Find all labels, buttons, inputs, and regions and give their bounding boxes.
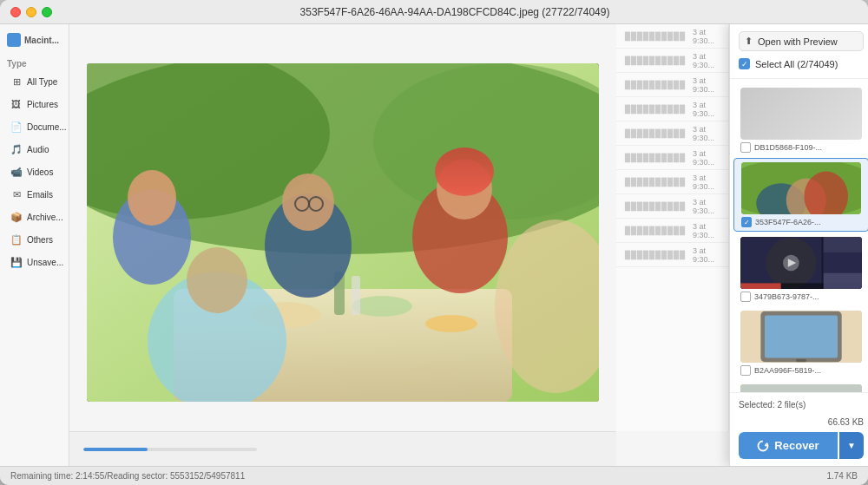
sidebar-label-videos: Videos xyxy=(27,167,53,177)
recover-button-label: Recover xyxy=(774,439,819,452)
sidebar-label-pictures: Pictures xyxy=(27,100,58,109)
thumbnail-item-5[interactable] xyxy=(733,381,868,392)
bg-list-item[interactable]: ▉▉▉▉▉▉▉▉▉▉3 at 9:30... xyxy=(616,73,728,97)
sidebar-item-unsaved[interactable]: 💾 Unsave... xyxy=(3,252,65,272)
sidebar-item-audio[interactable]: 🎵 Audio xyxy=(3,139,65,160)
recover-dropdown-button[interactable]: ▼ xyxy=(839,432,864,459)
sidebar: Macint... Type ⊞ All Type 🖼 Pictures 📄 D… xyxy=(0,24,69,466)
thumb-checkbox-4[interactable] xyxy=(740,365,751,376)
sidebar-label-audio: Audio xyxy=(27,145,49,154)
title-bar: 353F547F-6A26-46AA-94AA-DA198CFCD84C.jpe… xyxy=(0,0,868,24)
traffic-lights xyxy=(10,7,52,17)
grid-icon: ⊞ xyxy=(10,75,23,88)
thumb-label-row-3: 3479B673-9787-... xyxy=(740,292,862,302)
bg-list-item[interactable]: ▉▉▉▉▉▉▉▉▉▉3 at 9:30... xyxy=(616,49,728,73)
thumbnail-item-4[interactable]: B2AA996F-5819-... xyxy=(733,307,868,379)
svg-rect-36 xyxy=(824,237,862,252)
select-all-label: Select All (2/74049) xyxy=(755,59,838,69)
thumb-svg-3 xyxy=(740,237,862,289)
thumb-img-1 xyxy=(740,88,862,140)
sidebar-item-documents[interactable]: 📄 Docume... xyxy=(3,116,65,137)
documents-icon: 📄 xyxy=(10,121,23,133)
sidebar-header: Macint... xyxy=(0,28,69,52)
thumb-svg-5 xyxy=(740,384,862,392)
svg-rect-42 xyxy=(796,359,806,363)
preview-bottom-bar xyxy=(69,431,616,466)
minimize-button[interactable] xyxy=(26,7,36,17)
recover-button[interactable]: Recover xyxy=(739,432,838,459)
remaining-time-text: Remaining time: 2:14:55/Reading sector: … xyxy=(10,471,245,481)
sidebar-item-all-types[interactable]: ⊞ All Type xyxy=(3,71,65,92)
thumb-img-3 xyxy=(740,237,862,289)
thumb-name-1: DB1D5868-F109-... xyxy=(754,143,822,152)
preview-image xyxy=(87,63,599,402)
svg-rect-44 xyxy=(740,384,862,392)
sidebar-item-videos[interactable]: 📹 Videos xyxy=(3,161,65,182)
thumb-img-4 xyxy=(740,311,862,363)
bg-list-item[interactable]: ▉▉▉▉▉▉▉▉▉▉3 at 9:30... xyxy=(616,219,728,243)
sidebar-item-pictures[interactable]: 🖼 Pictures xyxy=(3,94,65,115)
bg-list-item[interactable]: ▉▉▉▉▉▉▉▉▉▉3 at 9:30... xyxy=(616,170,728,194)
select-all-row[interactable]: ✓ Select All (2/74049) xyxy=(739,56,864,71)
bg-list-item[interactable]: ▉▉▉▉▉▉▉▉▉▉3 at 9:30... xyxy=(616,97,728,121)
file-size-status: 1.74 KB xyxy=(826,471,858,481)
file-size-info: 66.63 KB xyxy=(828,417,864,427)
sidebar-item-emails[interactable]: ✉ Emails xyxy=(3,184,65,205)
preview-main xyxy=(69,24,616,431)
sidebar-item-archives[interactable]: 📦 Archive... xyxy=(3,206,65,227)
sidebar-label-all-types: All Type xyxy=(27,77,57,87)
emails-icon: ✉ xyxy=(10,188,23,200)
open-with-preview-button[interactable]: ⬆ Open with Preview xyxy=(739,31,864,51)
sidebar-label-emails: Emails xyxy=(27,190,53,200)
open-preview-label: Open with Preview xyxy=(758,36,838,47)
app-logo xyxy=(7,33,21,47)
recover-row: Recover ▼ xyxy=(739,432,864,459)
unsaved-icon: 💾 xyxy=(10,256,23,268)
thumb-checkbox-2[interactable]: ✓ xyxy=(741,217,752,227)
thumbnail-item-3[interactable]: 3479B673-9787-... xyxy=(733,233,868,305)
sidebar-label-others: Others xyxy=(27,235,53,245)
thumb-name-3: 3479B673-9787-... xyxy=(754,292,819,301)
photo-svg xyxy=(87,63,599,402)
recover-icon xyxy=(757,440,769,452)
maximize-button[interactable] xyxy=(42,7,52,17)
thumb-label-row-4: B2AA996F-5819-... xyxy=(740,365,862,376)
bg-list-item[interactable]: ▉▉▉▉▉▉▉▉▉▉3 at 9:30... xyxy=(616,243,728,267)
preview-area: ▉▉▉▉▉▉▉▉▉▉3 at 9:30... ▉▉▉▉▉▉▉▉▉▉3 at 9:… xyxy=(69,24,868,466)
select-all-checkbox[interactable]: ✓ xyxy=(739,58,750,69)
thumb-label-row-2: ✓ 353F547F-6A26-... xyxy=(741,217,861,227)
svg-rect-35 xyxy=(740,283,781,289)
thumbnail-item-1[interactable]: DB1D5868-F109-... xyxy=(733,84,868,156)
progress-bar xyxy=(83,448,257,451)
close-button[interactable] xyxy=(10,7,21,17)
thumbnail-item-2[interactable]: ✓ 353F547F-6A26-... xyxy=(733,158,868,232)
window-title: 353F547F-6A26-46AA-94AA-DA198CFCD84C.jpe… xyxy=(52,6,858,18)
thumb-img-2 xyxy=(741,162,861,214)
thumb-label-row-1: DB1D5868-F109-... xyxy=(740,142,862,153)
main-content: Macint... Type ⊞ All Type 🖼 Pictures 📄 D… xyxy=(0,24,868,466)
share-icon: ⬆ xyxy=(745,36,753,47)
thumbnail-list[interactable]: DB1D5868-F109-... xyxy=(730,79,868,392)
svg-rect-38 xyxy=(824,273,862,289)
progress-section xyxy=(83,448,257,451)
sidebar-label-archives: Archive... xyxy=(27,213,63,222)
sidebar-item-others[interactable]: 📋 Others xyxy=(3,229,65,250)
svg-rect-23 xyxy=(87,63,599,402)
modal-top-bar: ⬆ Open with Preview ✓ Select All (2/7404… xyxy=(730,24,868,79)
videos-icon: 📹 xyxy=(10,166,23,178)
bg-list-item[interactable]: ▉▉▉▉▉▉▉▉▉▉3 at 9:30... xyxy=(616,146,728,170)
bg-list-item[interactable]: ▉▉▉▉▉▉▉▉▉▉3 at 9:30... xyxy=(616,24,728,49)
sidebar-label-documents: Docume... xyxy=(27,122,67,132)
thumb-checkbox-3[interactable] xyxy=(740,292,751,302)
thumb-checkbox-1[interactable] xyxy=(740,142,751,153)
sidebar-app-title: Macint... xyxy=(24,36,59,45)
selected-info: Selected: 2 file(s) xyxy=(739,400,806,410)
archives-icon: 📦 xyxy=(10,211,23,223)
sidebar-section-label: Type xyxy=(0,52,69,70)
svg-rect-41 xyxy=(765,316,838,358)
bg-list-item[interactable]: ▉▉▉▉▉▉▉▉▉▉3 at 9:30... xyxy=(616,194,728,219)
thumb-name-4: B2AA996F-5819-... xyxy=(754,366,821,375)
thumb-name-2: 353F547F-6A26-... xyxy=(755,218,821,226)
thumb-svg-2 xyxy=(741,162,861,214)
bg-list-item[interactable]: ▉▉▉▉▉▉▉▉▉▉3 at 9:30... xyxy=(616,121,728,146)
